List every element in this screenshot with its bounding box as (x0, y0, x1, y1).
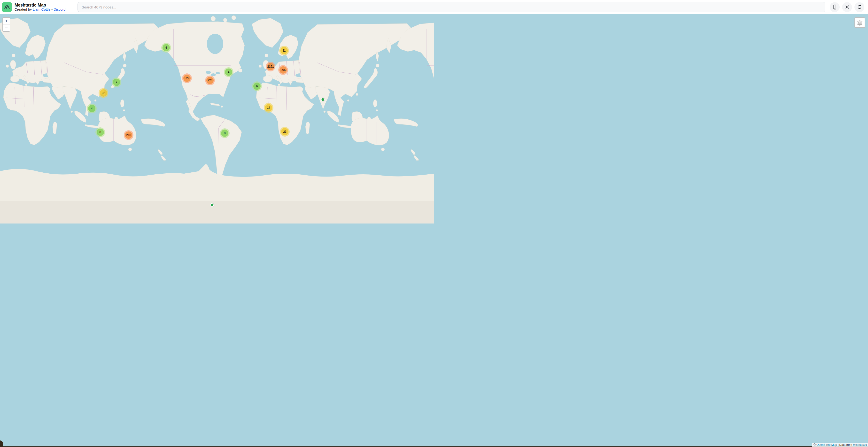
cluster-count: 17 (265, 104, 272, 111)
cluster-count: 11 (280, 47, 288, 54)
subtitle-prefix: Created by (14, 7, 33, 11)
cluster-count: 4 (162, 44, 170, 51)
cluster-marker-eastern-us[interactable]: 724 (205, 75, 215, 85)
cluster-count: 529 (183, 74, 191, 82)
cluster-marker-scandinavia[interactable]: 11 (279, 46, 289, 56)
cluster-marker-canary-islands[interactable]: 6 (252, 82, 262, 91)
marker-layer: 4112191296452972496321742388210 (0, 14, 434, 224)
node-marker-antarctica[interactable] (211, 203, 214, 207)
cluster-marker-taiwan[interactable]: 32 (99, 88, 108, 98)
cluster-count: 4 (88, 105, 95, 112)
cluster-marker-western-us[interactable]: 529 (182, 73, 192, 83)
cluster-marker-southeast-australia[interactable]: 210 (124, 130, 133, 140)
cluster-marker-northeast-us[interactable]: 4 (224, 67, 234, 77)
meshtastic-logo (2, 2, 12, 12)
cluster-marker-south-africa[interactable]: 23 (280, 127, 290, 136)
cluster-count: 32 (100, 89, 107, 97)
zoom-control: + − (2, 17, 10, 32)
cluster-marker-indonesia[interactable]: 4 (87, 104, 97, 113)
cluster-count: 9 (113, 79, 120, 86)
page-title: Meshtastic Map (14, 3, 65, 7)
cluster-marker-central-europe[interactable]: 296 (278, 65, 288, 75)
world-map[interactable]: 4112191296452972496321742388210 + − © Op… (0, 14, 434, 224)
app-header: Meshtastic Map Created by Liam Cottle - … (0, 0, 434, 14)
cluster-count: 724 (206, 77, 214, 84)
cluster-count: 2191 (267, 63, 274, 70)
cluster-marker-uk-western-europe[interactable]: 2191 (266, 62, 275, 71)
author-link[interactable]: Liam Cottle (33, 7, 51, 11)
cluster-count: 8 (97, 129, 104, 136)
cluster-marker-alaska[interactable]: 4 (161, 43, 171, 53)
cluster-count: 296 (279, 66, 287, 74)
node-marker-southern-india[interactable] (321, 98, 325, 101)
cluster-count: 23 (281, 128, 288, 135)
cluster-count: 8 (221, 130, 228, 137)
cluster-count: 6 (253, 83, 260, 90)
mountain-logo-icon (3, 3, 11, 11)
subtitle-separator: - (51, 7, 54, 11)
cluster-count: 210 (125, 131, 132, 139)
page-subtitle: Created by Liam Cottle - Discord (14, 7, 65, 12)
search-input[interactable] (78, 2, 434, 12)
zoom-in-button[interactable]: + (3, 18, 10, 25)
cluster-marker-gulf-of-guinea[interactable]: 17 (264, 103, 273, 113)
cluster-marker-japan[interactable]: 9 (112, 77, 121, 87)
cluster-marker-western-australia[interactable]: 8 (95, 127, 105, 137)
cluster-marker-argentina[interactable]: 8 (220, 128, 229, 138)
discord-link[interactable]: Discord (54, 7, 65, 11)
zoom-out-button[interactable]: − (3, 25, 10, 31)
cluster-count: 4 (225, 68, 232, 76)
